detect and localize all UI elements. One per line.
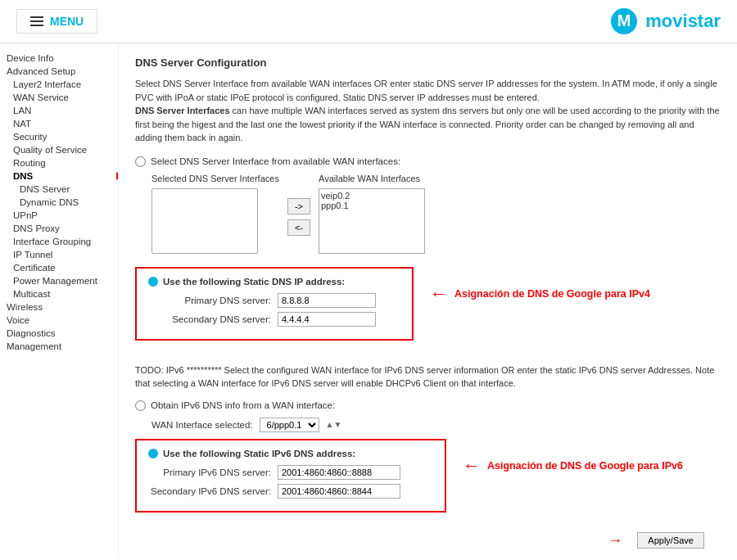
wan-interface-row: WAN Interface selected: 6/ppp0.1 ▲▼ — [135, 418, 721, 432]
description-p1: Select DNS Server Interface from availab… — [135, 79, 717, 102]
sidebar-item-interface-grouping[interactable]: Interface Grouping — [0, 235, 118, 248]
ipv6-static-dns-radio[interactable] — [148, 449, 158, 458]
ipv6-primary-row: Primary IPv6 DNS server: — [148, 465, 433, 480]
available-dns-label: Available WAN Interfaces — [319, 174, 425, 183]
primary-dns-label: Primary DNS server: — [148, 296, 271, 305]
static-dns-radio-label: Use the following Static DNS IP address: — [163, 277, 345, 287]
ipv4-annotation-text: Asignación de DNS de Google para IPv4 — [454, 288, 650, 300]
ipv6-static-radio-label: Use the following Static IPv6 DNS addres… — [163, 449, 355, 458]
dns-arrows: -> <- — [287, 198, 310, 236]
sidebar-item-wan-service[interactable]: WAN Service — [0, 91, 118, 104]
static-dns-box: Use the following Static DNS IP address:… — [135, 267, 414, 341]
static-dns-radio[interactable] — [148, 277, 158, 287]
sidebar-item-layer2-interface[interactable]: Layer2 Interface — [0, 78, 118, 91]
description: Select DNS Server Interface from availab… — [135, 77, 721, 145]
ipv6-primary-label: Primary IPv6 DNS server: — [148, 467, 271, 477]
menu-label: MENU — [50, 15, 84, 28]
ipv6-secondary-row: Secondary IPv6 DNS server: — [148, 484, 433, 499]
sidebar-item-certificate[interactable]: Certificate — [0, 261, 118, 274]
sidebar-item-routing[interactable]: Routing — [0, 156, 118, 169]
static-dns-section: Use the following Static DNS IP address:… — [135, 267, 721, 352]
arrow-left-button[interactable]: <- — [287, 219, 310, 236]
wan-spinner-icon[interactable]: ▲▼ — [326, 420, 342, 429]
ipv6-secondary-label: Secondary IPv6 DNS server: — [148, 486, 271, 496]
ipv6-dns-left: Use the following Static IPv6 DNS addres… — [135, 439, 446, 521]
sidebar-item-voice[interactable]: Voice — [0, 314, 118, 327]
selected-dns-listbox[interactable] — [151, 188, 258, 254]
todo-note: TODO: IPv6 ********** Select the configu… — [135, 364, 721, 391]
sidebar-item-dns[interactable]: DNS — [0, 169, 118, 183]
obtain-ipv6-label: Obtain IPv6 DNS info from a WAN interfac… — [151, 400, 335, 410]
wan-radio-label: Select DNS Server Interface from availab… — [151, 156, 400, 166]
wan-interface-selected-label: WAN Interface selected: — [151, 420, 253, 430]
svg-text:M: M — [617, 11, 631, 29]
movistar-logo-icon: M — [609, 7, 639, 36]
menu-button[interactable]: MENU — [16, 9, 97, 34]
dns-interface-area: Selected DNS Server Interfaces -> <- Ava… — [135, 174, 721, 254]
sidebar-item-wireless[interactable]: Wireless — [0, 300, 118, 314]
sidebar-item-management[interactable]: Management — [0, 340, 118, 353]
static-dns-header: Use the following Static DNS IP address: — [148, 277, 400, 287]
sidebar-item-device-info[interactable]: Device Info — [0, 52, 118, 65]
sidebar-item-power-management[interactable]: Power Management — [0, 274, 118, 287]
ipv6-annotation-text: Asignación de DNS de Google para IPv6 — [487, 460, 683, 472]
ipv6-static-dns-header: Use the following Static IPv6 DNS addres… — [148, 449, 433, 458]
page-title: DNS Server Configuration — [135, 56, 721, 69]
sidebar: Device InfoAdvanced SetupLayer2 Interfac… — [0, 43, 119, 558]
ipv6-dns-box: Use the following Static IPv6 DNS addres… — [135, 439, 446, 513]
ipv6-primary-input[interactable] — [278, 465, 400, 480]
apply-row: → Apply/Save — [135, 532, 721, 549]
sidebar-item-diagnostics[interactable]: Diagnostics — [0, 327, 118, 340]
static-dns-left: Use the following Static DNS IP address:… — [135, 267, 414, 352]
obtain-ipv6-radio-row: Obtain IPv6 DNS info from a WAN interfac… — [135, 400, 721, 411]
movistar-brand-text: movistar — [645, 11, 721, 32]
secondary-dns-row: Secondary DNS server: — [148, 312, 400, 327]
description-bold: DNS Server Interfaces — [135, 106, 230, 115]
ipv4-arrow-icon: ← — [430, 283, 448, 305]
apply-save-button[interactable]: Apply/Save — [637, 532, 704, 549]
sidebar-item-dns-server[interactable]: DNS Server — [0, 183, 118, 196]
sidebar-item-quality-of-service[interactable]: Quality of Service — [0, 143, 118, 156]
sidebar-item-dns-proxy[interactable]: DNS Proxy — [0, 222, 118, 235]
logo-area: M movistar — [609, 7, 721, 36]
sidebar-item-security[interactable]: Security — [0, 130, 118, 143]
sidebar-item-upnp[interactable]: UPnP — [0, 209, 118, 222]
wan-interface-select[interactable]: 6/ppp0.1 — [260, 418, 319, 432]
available-dns-item[interactable]: ppp0.1 — [321, 201, 423, 210]
selected-dns-col: Selected DNS Server Interfaces — [151, 174, 279, 254]
selected-dns-label: Selected DNS Server Interfaces — [151, 174, 279, 183]
ipv6-secondary-input[interactable] — [278, 484, 400, 499]
main-content: DNS Server Configuration Select DNS Serv… — [119, 43, 737, 558]
sidebar-item-nat[interactable]: NAT — [0, 117, 118, 130]
available-dns-col: Available WAN Interfaces veip0.2ppp0.1 — [319, 174, 425, 254]
page-layout: Device InfoAdvanced SetupLayer2 Interfac… — [0, 43, 737, 558]
sidebar-item-lan[interactable]: LAN — [0, 104, 118, 117]
sidebar-item-multicast[interactable]: Multicast — [0, 287, 118, 300]
available-dns-item[interactable]: veip0.2 — [321, 191, 423, 201]
apply-arrow-icon: → — [608, 532, 622, 549]
secondary-dns-label: Secondary DNS server: — [148, 314, 271, 324]
ipv6-arrow-icon: ← — [463, 455, 481, 476]
header: MENU M movistar — [0, 0, 737, 43]
sidebar-item-advanced-setup[interactable]: Advanced Setup — [0, 65, 118, 78]
obtain-ipv6-radio[interactable] — [135, 400, 146, 411]
hamburger-icon — [30, 16, 43, 26]
ipv6-annotation: ← Asignación de DNS de Google para IPv6 — [463, 455, 721, 476]
primary-dns-row: Primary DNS server: — [148, 293, 400, 308]
ipv4-annotation: ← Asignación de DNS de Google para IPv4 — [430, 283, 721, 305]
wan-radio-row: Select DNS Server Interface from availab… — [135, 156, 721, 167]
secondary-dns-input[interactable] — [278, 312, 376, 327]
available-dns-listbox[interactable]: veip0.2ppp0.1 — [319, 188, 425, 254]
sidebar-item-dynamic-dns[interactable]: Dynamic DNS — [0, 196, 118, 209]
sidebar-item-ip-tunnel[interactable]: IP Tunnel — [0, 248, 118, 261]
arrow-right-button[interactable]: -> — [287, 198, 310, 215]
wan-interface-radio[interactable] — [135, 156, 146, 167]
primary-dns-input[interactable] — [278, 293, 376, 308]
ipv6-dns-section: Use the following Static IPv6 DNS addres… — [135, 439, 721, 521]
